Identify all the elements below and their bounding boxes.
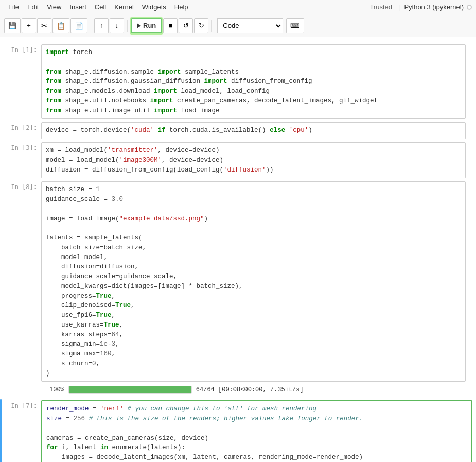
restart-run-button[interactable]: ↻ (194, 18, 208, 33)
cell-2-label: In [2]: (0, 122, 41, 131)
cell-3-label: In [3]: (0, 142, 41, 151)
progress-bar (68, 386, 192, 394)
cell-4-input[interactable]: batch_size = 1 guidance_scale = 3.0 imag… (41, 181, 466, 382)
cell-5-content[interactable]: render_mode = 'nerf' # you can change th… (41, 400, 472, 462)
cell-2-input[interactable]: device = torch.device('cuda' if torch.cu… (41, 122, 466, 139)
cell-1-label: In [1]: (0, 44, 41, 54)
menu-edit[interactable]: Edit (23, 2, 43, 12)
add-cell-button[interactable]: + (22, 18, 36, 33)
toolbar-separator-3 (211, 20, 212, 32)
menubar: File Edit View Insert Cell Kernel Widget… (0, 0, 476, 14)
active-cell-border (0, 399, 2, 462)
menu-cell[interactable]: Cell (91, 2, 110, 12)
paste-button[interactable]: 📄 (70, 18, 87, 33)
cell-3-content[interactable]: xm = load_model('transmitter', device=de… (41, 142, 466, 178)
menu-view[interactable]: View (43, 2, 65, 12)
progress-stats: 64/64 [00:08<00:00, 7.35it/s] (196, 386, 304, 393)
interrupt-button[interactable]: ■ (163, 18, 178, 33)
copy-button[interactable]: 📋 (52, 18, 69, 33)
keyboard-button[interactable]: ⌨ (286, 18, 304, 33)
kernel-info: Python 3 (ipykernel) (404, 3, 472, 11)
toolbar: 💾 + ✂ 📋 📄 ↑ ↓ Run ■ ↺ ↻ Code Markdown Ra… (0, 14, 476, 37)
cell-4-content[interactable]: batch_size = 1 guidance_scale = 3.0 imag… (41, 181, 466, 397)
cell-1-content[interactable]: import torch from shap_e.diffusion.sampl… (41, 44, 466, 119)
cell-2-content[interactable]: device = torch.device('cuda' if torch.cu… (41, 122, 466, 139)
run-play-icon (137, 23, 141, 28)
progress-percent: 100% (49, 386, 64, 393)
progress-bar-fill (69, 386, 191, 393)
menu-kernel[interactable]: Kernel (110, 2, 138, 12)
toolbar-separator-2 (127, 20, 128, 32)
progress-container: 100% 64/64 [00:08<00:00, 7.35it/s] (45, 385, 462, 395)
cell-2: In [2]: device = torch.device('cuda' if … (0, 121, 476, 140)
cell-4-output: 100% 64/64 [00:08<00:00, 7.35it/s] (41, 383, 466, 397)
move-down-button[interactable]: ↓ (110, 18, 124, 33)
cell-3-input[interactable]: xm = load_model('transmitter', device=de… (41, 142, 466, 178)
cell-1: In [1]: import torch from shap_e.diffusi… (0, 43, 476, 120)
cell-4-label: In [8]: (0, 181, 41, 191)
move-up-button[interactable]: ↑ (94, 18, 109, 33)
cut-button[interactable]: ✂ (37, 18, 51, 33)
cell-5: In [7]: render_mode = 'nerf' # you can c… (0, 399, 476, 462)
notebook: In [1]: import torch from shap_e.diffusi… (0, 37, 476, 462)
cell-1-input[interactable]: import torch from shap_e.diffusion.sampl… (41, 44, 466, 119)
cell-3: In [3]: xm = load_model('transmitter', d… (0, 141, 476, 179)
save-button[interactable]: 💾 (4, 18, 21, 33)
menu-file[interactable]: File (4, 2, 23, 12)
toolbar-separator-1 (91, 20, 91, 32)
restart-button[interactable]: ↺ (179, 18, 193, 33)
run-button[interactable]: Run (131, 18, 162, 33)
kernel-status-icon (467, 5, 472, 10)
cell-4: In [8]: batch_size = 1 guidance_scale = … (0, 180, 476, 398)
cell-type-select[interactable]: Code Markdown Raw NBConvert (217, 18, 283, 33)
cell-5-input[interactable]: render_mode = 'nerf' # you can change th… (41, 400, 472, 462)
menu-help[interactable]: Help (170, 2, 192, 12)
menu-insert[interactable]: Insert (65, 2, 91, 12)
cell-5-label: In [7]: (0, 400, 41, 409)
trusted-label: Trusted (369, 3, 392, 11)
menu-widgets[interactable]: Widgets (138, 2, 170, 12)
